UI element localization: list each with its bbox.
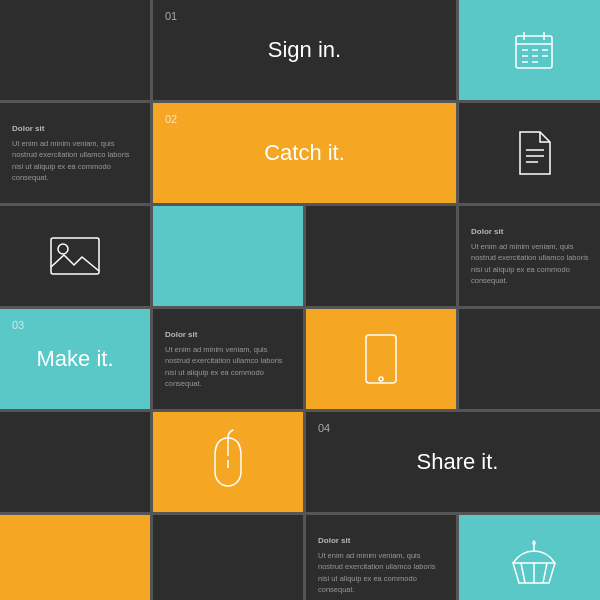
cell-r1-c4 xyxy=(459,0,600,100)
cell-r3-c4: Dolor sit Ut enim ad minim veniam, quis … xyxy=(459,206,600,306)
image-icon xyxy=(48,235,102,277)
cell-r3-c3 xyxy=(306,206,456,306)
lorem-text-3: Dolor sit Ut enim ad minim veniam, quis … xyxy=(153,319,303,399)
cell-r1-c1 xyxy=(0,0,150,100)
lorem-text-1: Dolor sit Ut enim ad minim veniam, quis … xyxy=(0,113,150,193)
step3-cell: 03 Make it. xyxy=(0,309,150,409)
step2-cell: 02 Catch it. xyxy=(153,103,456,203)
svg-point-16 xyxy=(58,244,68,254)
cell-r2-c1: Dolor sit Ut enim ad minim veniam, quis … xyxy=(0,103,150,203)
cell-r4-c3 xyxy=(306,309,456,409)
cell-r4-c2: Dolor sit Ut enim ad minim veniam, quis … xyxy=(153,309,303,409)
step1-number: 01 xyxy=(165,10,177,22)
lorem-text-4: Dolor sit Ut enim ad minim veniam, quis … xyxy=(306,525,456,600)
step3-title: Make it. xyxy=(36,346,113,372)
lorem-title-2: Dolor sit xyxy=(471,226,597,238)
cell-r3-c2 xyxy=(153,206,303,306)
step4-number: 04 xyxy=(318,422,330,434)
cell-r5-c2 xyxy=(153,412,303,512)
document-icon xyxy=(512,128,556,178)
cell-r4-c4 xyxy=(459,309,600,409)
svg-rect-0 xyxy=(516,36,552,68)
cell-r3-c1 xyxy=(0,206,150,306)
step4-cell: 04 Share it. xyxy=(306,412,600,512)
svg-rect-15 xyxy=(51,238,99,274)
lorem-title-4: Dolor sit xyxy=(318,535,444,547)
cell-r6-c3: Dolor sit Ut enim ad minim veniam, quis … xyxy=(306,515,456,600)
step2-title: Catch it. xyxy=(264,140,345,166)
svg-point-18 xyxy=(379,377,383,381)
cell-r6-c4 xyxy=(459,515,600,600)
calendar-icon xyxy=(510,26,558,74)
step1-title: Sign in. xyxy=(268,37,341,63)
step4-title: Share it. xyxy=(417,449,499,475)
svg-line-22 xyxy=(521,563,525,583)
cell-r5-c1 xyxy=(0,412,150,512)
svg-rect-17 xyxy=(366,335,396,383)
main-grid: 01 Sign in. Dolor sit Ut enim ad minim v… xyxy=(0,0,600,600)
cell-r6-c1 xyxy=(0,515,150,600)
cake-icon xyxy=(507,543,561,587)
cell-r6-c2 xyxy=(153,515,303,600)
cell-r2-c4 xyxy=(459,103,600,203)
lorem-title-1: Dolor sit xyxy=(12,123,138,135)
step2-number: 02 xyxy=(165,113,177,125)
step1-cell: 01 Sign in. xyxy=(153,0,456,100)
mouse-icon xyxy=(209,436,247,488)
tablet-icon xyxy=(362,333,400,385)
step3-number: 03 xyxy=(12,319,24,331)
svg-line-24 xyxy=(543,563,547,583)
lorem-text-2: Dolor sit Ut enim ad minim veniam, quis … xyxy=(459,216,600,296)
lorem-title-3: Dolor sit xyxy=(165,329,291,341)
